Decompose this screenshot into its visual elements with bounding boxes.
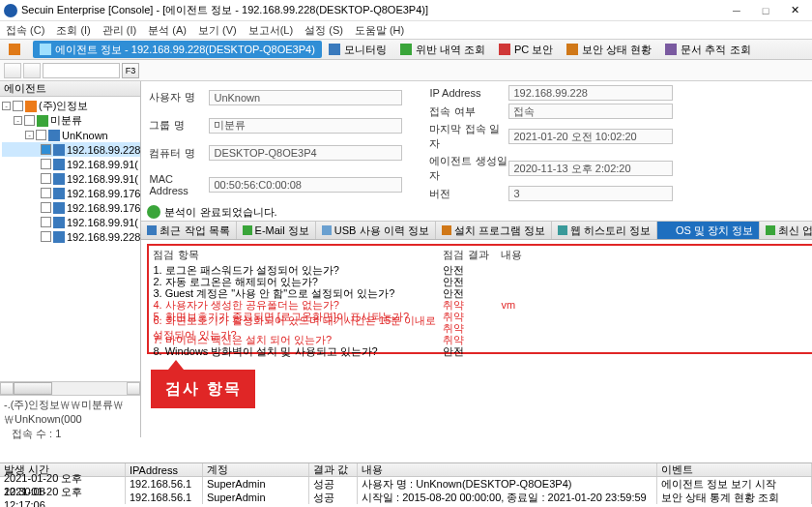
- col-event-result: 결과 값: [309, 463, 358, 476]
- tree-agent[interactable]: 192.168.99.91(: [2, 171, 140, 186]
- menu-bar: 접속 (C) 조회 (I) 관리 (I) 분석 (A) 보기 (V) 보고서(L…: [0, 21, 812, 39]
- value-user: UnKnown: [209, 90, 402, 105]
- tree-group[interactable]: 미분류: [50, 113, 82, 128]
- tree-checkbox[interactable]: [41, 188, 51, 198]
- label-group: 그룹 명: [141, 118, 209, 133]
- tree-agent[interactable]: 192.168.99.176: [2, 186, 140, 200]
- window-title: Secuin Enterprise [Console] - [에이전트 정보 -…: [21, 3, 723, 17]
- tab-5[interactable]: OS 및 장치 정보: [657, 222, 760, 239]
- detail-tabbar: 최근 작업 목록E-Mail 정보USB 사용 이력 정보설치 프로그램 정보웹…: [141, 221, 812, 240]
- tree-checkbox[interactable]: [41, 173, 51, 184]
- sidebar-scrollbar[interactable]: [0, 381, 140, 395]
- value-version: 3: [508, 186, 673, 201]
- agent-icon: [53, 144, 65, 156]
- f3-button[interactable]: F3: [122, 63, 139, 78]
- tree-checkbox[interactable]: [41, 231, 51, 242]
- menu-query[interactable]: 조회 (I): [56, 23, 90, 38]
- search-input[interactable]: [43, 63, 120, 78]
- toolbar: 에이전트 정보 - 192.168.99.228(DESKTOP-Q8OE3P4…: [0, 39, 812, 60]
- label-last-connect: 마지막 접속 일자: [421, 122, 508, 151]
- agent-tree[interactable]: -(주)인정보 -미분류 -UnKnown 192.168.99.228192.…: [0, 97, 140, 381]
- label-computer: 컴퓨터 명: [141, 146, 209, 161]
- window-titlebar: Secuin Enterprise [Console] - [에이전트 정보 -…: [0, 0, 812, 21]
- check-row[interactable]: 8. Windows 방화벽이 설치 및 사용되고 있는가?안전: [153, 345, 812, 357]
- value-mac: 00:50:56:C0:00:08: [209, 177, 402, 193]
- callout-inspection-items: 검사 항목: [151, 360, 812, 408]
- agent-label: 192.168.99.91(: [67, 173, 138, 185]
- menu-connect[interactable]: 접속 (C): [6, 23, 44, 38]
- tree-expand-icon[interactable]: -: [14, 116, 22, 125]
- close-button[interactable]: ✕: [781, 2, 808, 19]
- sub-btn-1[interactable]: [4, 63, 21, 78]
- menu-settings[interactable]: 설정 (S): [304, 23, 343, 38]
- tree-checkbox[interactable]: [41, 159, 51, 169]
- app-icon: [4, 4, 17, 17]
- tab-0[interactable]: 최근 작업 목록: [141, 222, 236, 239]
- toolbar-violation[interactable]: 위반 내역 조회: [393, 41, 492, 58]
- minimize-button[interactable]: ─: [723, 2, 750, 19]
- tab-icon: [663, 225, 673, 235]
- tree-expand-icon[interactable]: -: [2, 102, 11, 110]
- agent-icon: [53, 173, 65, 185]
- toolbar-active-label: 에이전트 정보 - 192.168.99.228(DESKTOP-Q8OE3P4…: [55, 43, 315, 57]
- tree-agent[interactable]: 192.168.99.228: [2, 142, 140, 157]
- menu-analyze[interactable]: 분석 (A): [148, 23, 187, 38]
- tree-agent[interactable]: 192.168.99.228: [2, 229, 140, 244]
- security-check-panel: 점검 항목 점검 결과 내용 1. 로그온 패스워드가 설정되어 있는가?안전2…: [147, 244, 812, 354]
- agent-label: 192.168.99.176: [67, 188, 140, 199]
- col-check-item: 점검 항목: [153, 248, 443, 262]
- value-ip: 192.168.99.228: [508, 85, 673, 101]
- tree-checkbox[interactable]: [36, 130, 46, 140]
- sidebar-footer: -.(주)인정보₩₩미분류₩₩UnKnown(000 접속 수 : 1: [0, 395, 140, 437]
- value-connected: 접속: [508, 104, 673, 119]
- toolbar-doc-trace[interactable]: 문서 추적 조회: [658, 41, 757, 58]
- agent-icon: [53, 231, 65, 243]
- tab-2[interactable]: USB 사용 이력 정보: [316, 222, 436, 239]
- tree-agent[interactable]: 192.168.99.91(: [2, 215, 140, 229]
- toolbar-monitoring[interactable]: 모니터링: [322, 41, 393, 58]
- event-row[interactable]: 2021-01-20 오후 12:30:08192.168.56.1SuperA…: [0, 477, 812, 491]
- menu-help[interactable]: 도움말 (H): [355, 23, 404, 38]
- tree-org[interactable]: (주)인정보: [39, 99, 88, 113]
- sub-btn-2[interactable]: [23, 63, 41, 78]
- event-row[interactable]: 2021-01-20 오후 12:17:06192.168.56.1SuperA…: [0, 491, 812, 504]
- toolbar-home-button[interactable]: [2, 41, 27, 58]
- agent-icon: [53, 202, 65, 214]
- tree-agent[interactable]: 192.168.99.91(: [2, 157, 140, 171]
- tree-checkbox[interactable]: [41, 202, 51, 213]
- sidebar-path: -.(주)인정보₩₩미분류₩₩UnKnown(000: [4, 398, 136, 427]
- tab-icon: [243, 225, 252, 235]
- value-last-connect: 2021-01-20 오전 10:02:20: [508, 129, 673, 144]
- callout-label: 검사 항목: [151, 370, 255, 408]
- tab-icon: [558, 225, 567, 235]
- tree-checkbox[interactable]: [24, 115, 35, 126]
- tree-expand-icon[interactable]: -: [25, 131, 34, 139]
- agent-label: 192.168.99.91(: [67, 217, 138, 228]
- tab-4[interactable]: 웹 히스토리 정보: [552, 222, 657, 239]
- value-computer: DESKTOP-Q8OE3P4: [209, 145, 402, 161]
- tab-6[interactable]: 최신 업데이트 정보: [760, 222, 812, 239]
- tree-checkbox[interactable]: [41, 144, 51, 155]
- tab-label: 최신 업데이트 정보: [778, 224, 812, 238]
- status-text: 분석이 완료되었습니다.: [164, 205, 276, 220]
- toolbar-security-status[interactable]: 보안 상태 현황: [560, 41, 658, 58]
- tree-agent[interactable]: 192.168.99.176: [2, 200, 140, 215]
- check-result: 안전: [443, 344, 501, 359]
- menu-report[interactable]: 보고서(L): [248, 23, 293, 38]
- content-area: 사용자 명UnKnown 그룹 명미분류 컴퓨터 명DESKTOP-Q8OE3P…: [141, 81, 812, 437]
- event-log-panel: 발생 시간 IPAddress 계정 결과 값 내용 이벤트 2021-01-2…: [0, 462, 812, 507]
- toolbar-active-tab[interactable]: 에이전트 정보 - 192.168.99.228(DESKTOP-Q8OE3P4…: [33, 41, 322, 58]
- menu-view[interactable]: 보기 (V): [198, 23, 237, 38]
- toolbar-pc-security[interactable]: PC 보안: [492, 41, 560, 58]
- sidebar: 에이전트 -(주)인정보 -미분류 -UnKnown 192.168.99.22…: [0, 81, 141, 437]
- label-mac: MAC Address: [141, 173, 209, 196]
- org-icon: [25, 101, 37, 112]
- tab-3[interactable]: 설치 프로그램 정보: [436, 222, 552, 239]
- tree-host[interactable]: UnKnown: [62, 130, 108, 141]
- tree-checkbox[interactable]: [13, 101, 23, 111]
- tab-1[interactable]: E-Mail 정보: [237, 222, 316, 239]
- maximize-button[interactable]: □: [752, 2, 779, 19]
- tab-icon: [147, 225, 157, 235]
- tree-checkbox[interactable]: [41, 217, 51, 227]
- menu-manage[interactable]: 관리 (I): [102, 23, 136, 38]
